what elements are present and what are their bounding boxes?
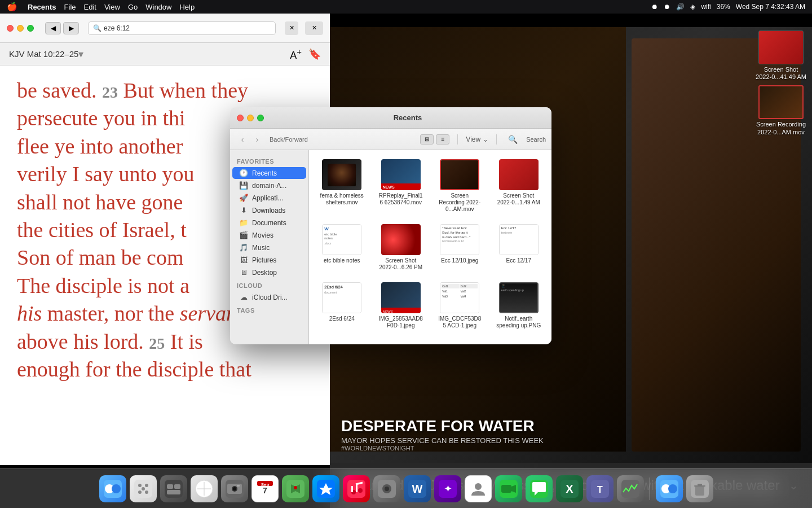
- favorites-label: Favorites: [230, 155, 308, 167]
- sidebar-item-documents[interactable]: 📁 Documents: [232, 217, 306, 229]
- icloud-icon: ☁: [239, 293, 248, 301]
- toolbar-divider2: [496, 134, 497, 144]
- file-item-2esd[interactable]: 2Esd 6/24 document 2Esd 6/24: [315, 279, 369, 332]
- dock-trash[interactable]: [686, 475, 713, 502]
- sidebar-item-applications[interactable]: 🚀 Applicati...: [232, 192, 306, 204]
- sidebar-item-recents[interactable]: 🕐 Recents: [232, 167, 306, 179]
- sidebar-item-movies[interactable]: 🎬 Movies: [232, 229, 306, 241]
- dock-appstore[interactable]: [312, 475, 339, 502]
- sidebar-item-domain[interactable]: 💾 domain-A...: [232, 179, 306, 191]
- svg-text:X: X: [566, 483, 573, 495]
- nav-next[interactable]: ▶: [63, 22, 79, 34]
- dock-word[interactable]: W: [404, 475, 431, 502]
- dock-mission-control[interactable]: [160, 475, 187, 502]
- font-size-icon[interactable]: A+: [290, 47, 302, 62]
- file-item-ecc1217[interactable]: Ecc 12/17text note Ecc 12/17: [492, 221, 546, 274]
- file-item-screenshot1[interactable]: Screen Shot 2022-0...1.49 AM: [492, 156, 546, 216]
- bookmark-icon[interactable]: 🔖: [308, 48, 321, 60]
- dock-facetime[interactable]: [495, 475, 522, 502]
- bible-ref-label: KJV Mat 10:22–25: [9, 49, 78, 59]
- svg-rect-60: [698, 484, 702, 485]
- dock-separator: [650, 478, 650, 500]
- file-item-screenshot2[interactable]: Screen Shot 2022-0...6.26 PM: [374, 221, 429, 274]
- file-item-screenrec[interactable]: Screen Recording 2022-0...AM.mov: [433, 156, 487, 216]
- close-button[interactable]: [7, 25, 14, 32]
- apple-menu[interactable]: 🍎: [7, 2, 17, 12]
- dock-notchmeister[interactable]: ✦: [434, 475, 461, 502]
- sidebar-item-music[interactable]: 🎵 Music: [232, 242, 306, 253]
- file-item-img1[interactable]: NEWS IMG_25853AAD8 F0D-1.jpeg: [374, 279, 429, 332]
- downloads-icon: ⬇: [239, 206, 248, 214]
- file-name-screenshot2: Screen Shot 2022-0...6.26 PM: [378, 257, 423, 271]
- file-item-rpreplay[interactable]: NEWS RPReplay_Final16 62538740.mov: [374, 156, 429, 216]
- close-window-button[interactable]: ✕: [305, 21, 323, 35]
- menu-go[interactable]: Go: [128, 3, 138, 11]
- svg-text:✦: ✦: [443, 483, 452, 494]
- dock-contacts[interactable]: [465, 475, 492, 502]
- icon-view-button[interactable]: ⊞: [420, 134, 434, 144]
- forward-button[interactable]: ›: [250, 133, 264, 146]
- desktop-icon-label-recording: Screen Recording2022-0...AM.mov: [756, 121, 806, 135]
- clear-search-button[interactable]: ✕: [285, 21, 298, 35]
- dock-finder[interactable]: [99, 475, 126, 502]
- dock-maps[interactable]: [282, 475, 309, 502]
- file-item-img2[interactable]: Col1 Col2 Val1 Val2 Val3 Val4 IMG_CDCF53…: [433, 279, 487, 332]
- volume-icon[interactable]: 🔊: [676, 3, 685, 11]
- dock-activity-monitor[interactable]: [617, 475, 644, 502]
- finder-minimize-button[interactable]: [247, 115, 254, 121]
- menu-window[interactable]: Window: [145, 3, 171, 11]
- file-item-fema[interactable]: fema & homeless shelters.mov: [315, 156, 369, 216]
- menu-view[interactable]: View: [104, 3, 120, 11]
- bible-search-bar[interactable]: 🔍 eze 6:12: [88, 21, 276, 35]
- dock-messages[interactable]: [526, 475, 553, 502]
- dock-safari[interactable]: [191, 475, 218, 502]
- svg-rect-34: [356, 484, 358, 492]
- app-name[interactable]: Recents: [28, 3, 56, 11]
- svg-text:7: 7: [263, 486, 267, 495]
- back-button[interactable]: ‹: [236, 133, 249, 146]
- file-name-ecc1210: Ecc 12/10.jpeg: [441, 257, 478, 264]
- svg-point-22: [233, 487, 236, 491]
- dock-excel[interactable]: X: [556, 475, 583, 502]
- dock-music[interactable]: [343, 475, 370, 502]
- dock-system-preferences[interactable]: [373, 475, 400, 502]
- menu-file[interactable]: File: [64, 3, 76, 11]
- svg-rect-35: [351, 486, 353, 492]
- fullscreen-button[interactable]: [27, 25, 34, 32]
- minimize-button[interactable]: [17, 25, 24, 32]
- svg-point-5: [145, 484, 148, 487]
- wifi-icon[interactable]: wifi: [701, 3, 710, 11]
- file-item-biblenotes[interactable]: W etc biblenotes .docx etc bible notes: [315, 221, 369, 274]
- sidebar-item-desktop[interactable]: 🖥 Desktop: [232, 266, 306, 278]
- view-options-button[interactable]: View ⌄: [466, 135, 488, 143]
- documents-icon: 📁: [239, 218, 248, 227]
- sidebar-item-pictures-label: Pictures: [252, 256, 276, 264]
- bluetooth-icon[interactable]: ◈: [690, 3, 695, 11]
- list-view-button[interactable]: ≡: [436, 134, 449, 144]
- search-button[interactable]: 🔍: [505, 133, 520, 146]
- dock-screenshot[interactable]: [221, 475, 248, 502]
- sidebar-item-pictures[interactable]: 🖼 Pictures: [232, 254, 306, 266]
- dock-finder2[interactable]: [656, 475, 683, 502]
- desktop-icon-screenshot[interactable]: Screen Shot2022-0...41.49 AM: [756, 30, 806, 81]
- battery-indicator: 36%: [717, 3, 730, 11]
- verse-25-num: 25: [149, 335, 165, 352]
- file-item-ecc1210[interactable]: "Never read EccEccl, for like as itis da…: [433, 221, 487, 274]
- file-item-notif[interactable]: 📱earth speeding up Notif..earth speeding…: [492, 279, 546, 332]
- dock-calendar[interactable]: Sep7: [251, 475, 279, 502]
- sidebar-item-downloads[interactable]: ⬇ Downloads: [232, 204, 306, 216]
- dock-teams[interactable]: T: [586, 475, 614, 502]
- sidebar-item-icloud[interactable]: ☁ iCloud Dri...: [232, 291, 306, 303]
- svg-point-2: [112, 484, 121, 493]
- finder-close-button[interactable]: [237, 115, 244, 121]
- svg-point-33: [358, 488, 363, 493]
- dock-launchpad[interactable]: [130, 475, 157, 502]
- menu-edit[interactable]: Edit: [84, 3, 96, 11]
- finder-fullscreen-button[interactable]: [257, 115, 264, 121]
- desktop-icon-screenrecording[interactable]: Screen Recording2022-0...AM.mov: [756, 85, 806, 135]
- recents-icon: 🕐: [239, 169, 248, 177]
- finder-body: Favorites 🕐 Recents 💾 domain-A... 🚀 Appl…: [230, 150, 551, 344]
- ref-dropdown-icon[interactable]: ▾: [78, 48, 83, 60]
- nav-prev[interactable]: ◀: [45, 22, 61, 34]
- menu-help[interactable]: Help: [179, 3, 195, 11]
